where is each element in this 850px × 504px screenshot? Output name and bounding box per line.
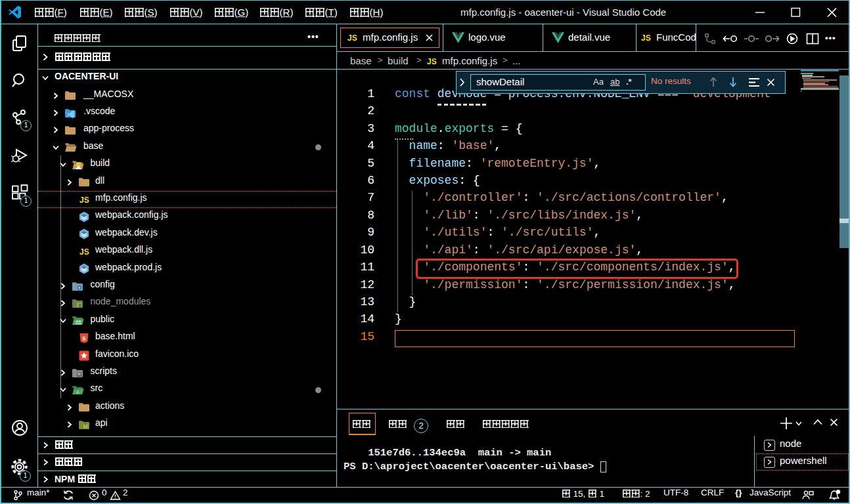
svg-text:5: 5 [82, 335, 85, 341]
